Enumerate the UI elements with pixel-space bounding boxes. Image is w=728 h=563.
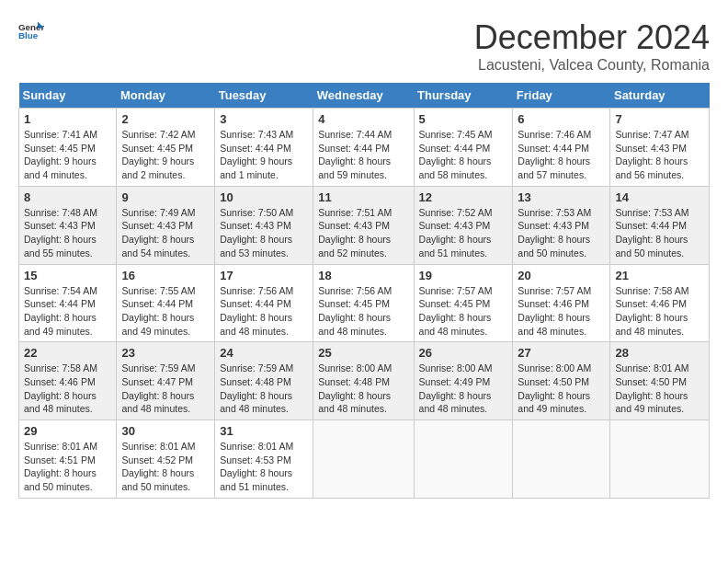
- cell-info: Sunrise: 7:45 AMSunset: 4:44 PMDaylight:…: [419, 129, 493, 180]
- day-number: 30: [121, 424, 210, 438]
- calendar-cell: 22Sunrise: 7:58 AMSunset: 4:46 PMDayligh…: [19, 342, 117, 420]
- calendar-cell: 17Sunrise: 7:56 AMSunset: 4:44 PMDayligh…: [215, 264, 313, 342]
- cell-info: Sunrise: 7:49 AMSunset: 4:43 PMDaylight:…: [121, 207, 195, 259]
- day-number: 15: [24, 269, 111, 282]
- cell-info: Sunrise: 7:53 AMSunset: 4:43 PMDaylight:…: [518, 207, 591, 259]
- day-number: 18: [318, 269, 408, 282]
- calendar-cell: 20Sunrise: 7:57 AMSunset: 4:46 PMDayligh…: [513, 264, 610, 342]
- day-number: 17: [220, 269, 308, 282]
- day-number: 6: [518, 112, 605, 126]
- calendar-cell: [414, 420, 513, 499]
- day-number: 5: [419, 112, 508, 126]
- day-number: 24: [220, 346, 308, 360]
- cell-info: Sunrise: 7:58 AMSunset: 4:46 PMDaylight:…: [615, 285, 688, 337]
- logo[interactable]: General Blue: [18, 18, 44, 44]
- cell-info: Sunrise: 7:46 AMSunset: 4:44 PMDaylight:…: [518, 129, 591, 180]
- title-section: December 2024 Lacusteni, Valcea County, …: [474, 18, 710, 74]
- day-number: 13: [518, 190, 605, 204]
- cell-info: Sunrise: 7:48 AMSunset: 4:43 PMDaylight:…: [24, 207, 97, 259]
- calendar-week-3: 15Sunrise: 7:54 AMSunset: 4:44 PMDayligh…: [19, 264, 710, 342]
- cell-info: Sunrise: 8:00 AMSunset: 4:48 PMDaylight:…: [318, 362, 392, 414]
- day-number: 8: [24, 190, 111, 204]
- calendar-cell: 23Sunrise: 7:59 AMSunset: 4:47 PMDayligh…: [117, 342, 215, 420]
- header-saturday: Saturday: [610, 83, 710, 109]
- day-number: 31: [220, 424, 308, 438]
- day-number: 23: [121, 346, 210, 360]
- cell-info: Sunrise: 7:42 AMSunset: 4:45 PMDaylight:…: [121, 129, 195, 180]
- calendar-cell: 7Sunrise: 7:47 AMSunset: 4:43 PMDaylight…: [610, 109, 710, 187]
- cell-info: Sunrise: 7:56 AMSunset: 4:45 PMDaylight:…: [318, 285, 392, 337]
- header-monday: Monday: [117, 83, 215, 109]
- logo-icon: General Blue: [18, 18, 44, 44]
- calendar-cell: 3Sunrise: 7:43 AMSunset: 4:44 PMDaylight…: [215, 109, 313, 187]
- cell-info: Sunrise: 7:41 AMSunset: 4:45 PMDaylight:…: [24, 129, 97, 180]
- cell-info: Sunrise: 7:44 AMSunset: 4:44 PMDaylight:…: [318, 129, 392, 180]
- day-number: 19: [419, 269, 508, 282]
- page-header: General Blue December 2024 Lacusteni, Va…: [18, 18, 710, 74]
- cell-info: Sunrise: 8:00 AMSunset: 4:49 PMDaylight:…: [419, 362, 493, 414]
- cell-info: Sunrise: 7:54 AMSunset: 4:44 PMDaylight:…: [24, 285, 97, 337]
- calendar-table: SundayMondayTuesdayWednesdayThursdayFrid…: [18, 83, 710, 499]
- cell-info: Sunrise: 8:01 AMSunset: 4:52 PMDaylight:…: [121, 441, 195, 492]
- calendar-cell: 28Sunrise: 8:01 AMSunset: 4:50 PMDayligh…: [610, 342, 710, 420]
- cell-info: Sunrise: 7:52 AMSunset: 4:43 PMDaylight:…: [419, 207, 493, 259]
- day-number: 12: [419, 190, 508, 204]
- cell-info: Sunrise: 7:50 AMSunset: 4:43 PMDaylight:…: [220, 207, 293, 259]
- calendar-cell: 13Sunrise: 7:53 AMSunset: 4:43 PMDayligh…: [513, 186, 610, 264]
- calendar-cell: 29Sunrise: 8:01 AMSunset: 4:51 PMDayligh…: [19, 420, 117, 499]
- cell-info: Sunrise: 7:43 AMSunset: 4:44 PMDaylight:…: [220, 129, 293, 180]
- header-tuesday: Tuesday: [215, 83, 313, 109]
- calendar-cell: 12Sunrise: 7:52 AMSunset: 4:43 PMDayligh…: [414, 186, 513, 264]
- cell-info: Sunrise: 7:47 AMSunset: 4:43 PMDaylight:…: [615, 129, 688, 180]
- calendar-header-row: SundayMondayTuesdayWednesdayThursdayFrid…: [19, 83, 710, 109]
- cell-info: Sunrise: 8:01 AMSunset: 4:53 PMDaylight:…: [220, 441, 293, 492]
- header-thursday: Thursday: [414, 83, 513, 109]
- day-number: 1: [24, 112, 111, 126]
- calendar-week-2: 8Sunrise: 7:48 AMSunset: 4:43 PMDaylight…: [19, 186, 710, 264]
- day-number: 21: [615, 269, 704, 282]
- cell-info: Sunrise: 7:55 AMSunset: 4:44 PMDaylight:…: [121, 285, 195, 337]
- calendar-cell: 8Sunrise: 7:48 AMSunset: 4:43 PMDaylight…: [19, 186, 117, 264]
- calendar-cell: 10Sunrise: 7:50 AMSunset: 4:43 PMDayligh…: [215, 186, 313, 264]
- calendar-week-1: 1Sunrise: 7:41 AMSunset: 4:45 PMDaylight…: [19, 109, 710, 187]
- day-number: 7: [615, 112, 704, 126]
- calendar-cell: 15Sunrise: 7:54 AMSunset: 4:44 PMDayligh…: [19, 264, 117, 342]
- calendar-cell: [513, 420, 610, 499]
- day-number: 26: [419, 346, 508, 360]
- cell-info: Sunrise: 7:59 AMSunset: 4:47 PMDaylight:…: [121, 362, 195, 414]
- day-number: 2: [121, 112, 210, 126]
- calendar-cell: 30Sunrise: 8:01 AMSunset: 4:52 PMDayligh…: [117, 420, 215, 499]
- day-number: 25: [318, 346, 408, 360]
- calendar-week-5: 29Sunrise: 8:01 AMSunset: 4:51 PMDayligh…: [19, 420, 710, 499]
- cell-info: Sunrise: 7:51 AMSunset: 4:43 PMDaylight:…: [318, 207, 392, 259]
- svg-text:Blue: Blue: [18, 30, 39, 40]
- day-number: 28: [615, 346, 704, 360]
- cell-info: Sunrise: 8:01 AMSunset: 4:50 PMDaylight:…: [615, 362, 688, 414]
- calendar-cell: 27Sunrise: 8:00 AMSunset: 4:50 PMDayligh…: [513, 342, 610, 420]
- cell-info: Sunrise: 7:58 AMSunset: 4:46 PMDaylight:…: [24, 362, 97, 414]
- calendar-cell: 25Sunrise: 8:00 AMSunset: 4:48 PMDayligh…: [313, 342, 414, 420]
- calendar-cell: 21Sunrise: 7:58 AMSunset: 4:46 PMDayligh…: [610, 264, 710, 342]
- header-wednesday: Wednesday: [313, 83, 414, 109]
- day-number: 20: [518, 269, 605, 282]
- day-number: 22: [24, 346, 111, 360]
- calendar-cell: 4Sunrise: 7:44 AMSunset: 4:44 PMDaylight…: [313, 109, 414, 187]
- calendar-cell: 19Sunrise: 7:57 AMSunset: 4:45 PMDayligh…: [414, 264, 513, 342]
- calendar-cell: 18Sunrise: 7:56 AMSunset: 4:45 PMDayligh…: [313, 264, 414, 342]
- day-number: 10: [220, 190, 308, 204]
- calendar-cell: 31Sunrise: 8:01 AMSunset: 4:53 PMDayligh…: [215, 420, 313, 499]
- calendar-cell: 24Sunrise: 7:59 AMSunset: 4:48 PMDayligh…: [215, 342, 313, 420]
- calendar-cell: 11Sunrise: 7:51 AMSunset: 4:43 PMDayligh…: [313, 186, 414, 264]
- month-title: December 2024: [474, 18, 710, 57]
- cell-info: Sunrise: 7:57 AMSunset: 4:45 PMDaylight:…: [419, 285, 493, 337]
- cell-info: Sunrise: 8:01 AMSunset: 4:51 PMDaylight:…: [24, 441, 97, 492]
- calendar-cell: [610, 420, 710, 499]
- day-number: 27: [518, 346, 605, 360]
- day-number: 29: [24, 424, 111, 438]
- calendar-cell: 6Sunrise: 7:46 AMSunset: 4:44 PMDaylight…: [513, 109, 610, 187]
- calendar-cell: 9Sunrise: 7:49 AMSunset: 4:43 PMDaylight…: [117, 186, 215, 264]
- header-friday: Friday: [513, 83, 610, 109]
- day-number: 14: [615, 190, 704, 204]
- calendar-cell: 2Sunrise: 7:42 AMSunset: 4:45 PMDaylight…: [117, 109, 215, 187]
- calendar-week-4: 22Sunrise: 7:58 AMSunset: 4:46 PMDayligh…: [19, 342, 710, 420]
